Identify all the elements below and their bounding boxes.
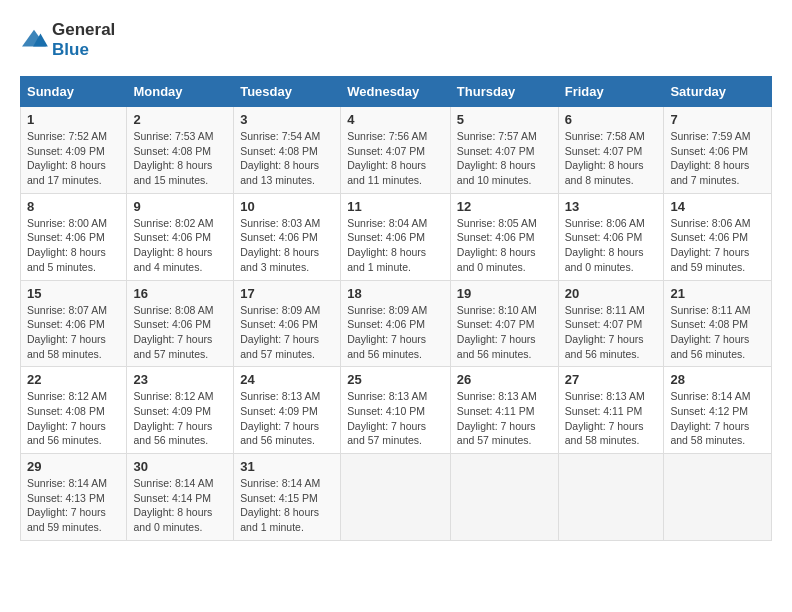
day-number: 25 xyxy=(347,372,444,387)
calendar-cell: 28Sunrise: 8:14 AM Sunset: 4:12 PM Dayli… xyxy=(664,367,772,454)
day-detail: Sunrise: 8:13 AM Sunset: 4:11 PM Dayligh… xyxy=(457,389,552,448)
weekday-header-row: SundayMondayTuesdayWednesdayThursdayFrid… xyxy=(21,77,772,107)
calendar-cell: 26Sunrise: 8:13 AM Sunset: 4:11 PM Dayli… xyxy=(450,367,558,454)
weekday-header-friday: Friday xyxy=(558,77,664,107)
logo-text: General Blue xyxy=(52,20,115,60)
calendar-week-row: 22Sunrise: 8:12 AM Sunset: 4:08 PM Dayli… xyxy=(21,367,772,454)
day-number: 3 xyxy=(240,112,334,127)
calendar-cell: 18Sunrise: 8:09 AM Sunset: 4:06 PM Dayli… xyxy=(341,280,451,367)
calendar-cell: 31Sunrise: 8:14 AM Sunset: 4:15 PM Dayli… xyxy=(234,454,341,541)
day-detail: Sunrise: 8:05 AM Sunset: 4:06 PM Dayligh… xyxy=(457,216,552,275)
day-detail: Sunrise: 8:06 AM Sunset: 4:06 PM Dayligh… xyxy=(670,216,765,275)
day-number: 2 xyxy=(133,112,227,127)
logo-general: General xyxy=(52,20,115,39)
day-detail: Sunrise: 7:52 AM Sunset: 4:09 PM Dayligh… xyxy=(27,129,120,188)
day-number: 19 xyxy=(457,286,552,301)
day-number: 20 xyxy=(565,286,658,301)
day-detail: Sunrise: 7:56 AM Sunset: 4:07 PM Dayligh… xyxy=(347,129,444,188)
calendar-cell: 10Sunrise: 8:03 AM Sunset: 4:06 PM Dayli… xyxy=(234,193,341,280)
calendar-cell: 20Sunrise: 8:11 AM Sunset: 4:07 PM Dayli… xyxy=(558,280,664,367)
day-detail: Sunrise: 8:07 AM Sunset: 4:06 PM Dayligh… xyxy=(27,303,120,362)
calendar-header: SundayMondayTuesdayWednesdayThursdayFrid… xyxy=(21,77,772,107)
day-detail: Sunrise: 8:10 AM Sunset: 4:07 PM Dayligh… xyxy=(457,303,552,362)
weekday-header-tuesday: Tuesday xyxy=(234,77,341,107)
calendar-week-row: 29Sunrise: 8:14 AM Sunset: 4:13 PM Dayli… xyxy=(21,454,772,541)
calendar-cell: 23Sunrise: 8:12 AM Sunset: 4:09 PM Dayli… xyxy=(127,367,234,454)
day-detail: Sunrise: 7:53 AM Sunset: 4:08 PM Dayligh… xyxy=(133,129,227,188)
day-detail: Sunrise: 7:57 AM Sunset: 4:07 PM Dayligh… xyxy=(457,129,552,188)
day-detail: Sunrise: 8:13 AM Sunset: 4:10 PM Dayligh… xyxy=(347,389,444,448)
calendar-cell: 24Sunrise: 8:13 AM Sunset: 4:09 PM Dayli… xyxy=(234,367,341,454)
calendar-body: 1Sunrise: 7:52 AM Sunset: 4:09 PM Daylig… xyxy=(21,107,772,541)
calendar-cell xyxy=(664,454,772,541)
day-detail: Sunrise: 8:13 AM Sunset: 4:11 PM Dayligh… xyxy=(565,389,658,448)
logo: General Blue xyxy=(20,20,115,60)
calendar-cell xyxy=(341,454,451,541)
calendar-cell: 7Sunrise: 7:59 AM Sunset: 4:06 PM Daylig… xyxy=(664,107,772,194)
calendar-cell: 14Sunrise: 8:06 AM Sunset: 4:06 PM Dayli… xyxy=(664,193,772,280)
calendar-cell: 19Sunrise: 8:10 AM Sunset: 4:07 PM Dayli… xyxy=(450,280,558,367)
day-detail: Sunrise: 7:59 AM Sunset: 4:06 PM Dayligh… xyxy=(670,129,765,188)
day-number: 16 xyxy=(133,286,227,301)
calendar-cell: 15Sunrise: 8:07 AM Sunset: 4:06 PM Dayli… xyxy=(21,280,127,367)
day-number: 28 xyxy=(670,372,765,387)
day-number: 5 xyxy=(457,112,552,127)
day-number: 27 xyxy=(565,372,658,387)
day-number: 15 xyxy=(27,286,120,301)
day-number: 21 xyxy=(670,286,765,301)
day-number: 17 xyxy=(240,286,334,301)
day-number: 31 xyxy=(240,459,334,474)
calendar-cell: 30Sunrise: 8:14 AM Sunset: 4:14 PM Dayli… xyxy=(127,454,234,541)
day-number: 26 xyxy=(457,372,552,387)
calendar-cell: 25Sunrise: 8:13 AM Sunset: 4:10 PM Dayli… xyxy=(341,367,451,454)
day-number: 7 xyxy=(670,112,765,127)
day-detail: Sunrise: 8:12 AM Sunset: 4:09 PM Dayligh… xyxy=(133,389,227,448)
calendar-week-row: 8Sunrise: 8:00 AM Sunset: 4:06 PM Daylig… xyxy=(21,193,772,280)
day-number: 22 xyxy=(27,372,120,387)
calendar-week-row: 15Sunrise: 8:07 AM Sunset: 4:06 PM Dayli… xyxy=(21,280,772,367)
calendar-cell: 4Sunrise: 7:56 AM Sunset: 4:07 PM Daylig… xyxy=(341,107,451,194)
day-number: 30 xyxy=(133,459,227,474)
weekday-header-thursday: Thursday xyxy=(450,77,558,107)
day-number: 11 xyxy=(347,199,444,214)
logo-blue: Blue xyxy=(52,40,89,59)
calendar-table: SundayMondayTuesdayWednesdayThursdayFrid… xyxy=(20,76,772,541)
calendar-cell: 2Sunrise: 7:53 AM Sunset: 4:08 PM Daylig… xyxy=(127,107,234,194)
day-detail: Sunrise: 8:06 AM Sunset: 4:06 PM Dayligh… xyxy=(565,216,658,275)
weekday-header-sunday: Sunday xyxy=(21,77,127,107)
day-detail: Sunrise: 8:08 AM Sunset: 4:06 PM Dayligh… xyxy=(133,303,227,362)
page-header: General Blue xyxy=(20,20,772,60)
calendar-cell: 27Sunrise: 8:13 AM Sunset: 4:11 PM Dayli… xyxy=(558,367,664,454)
day-detail: Sunrise: 8:11 AM Sunset: 4:07 PM Dayligh… xyxy=(565,303,658,362)
day-detail: Sunrise: 8:00 AM Sunset: 4:06 PM Dayligh… xyxy=(27,216,120,275)
day-number: 23 xyxy=(133,372,227,387)
calendar-cell: 22Sunrise: 8:12 AM Sunset: 4:08 PM Dayli… xyxy=(21,367,127,454)
calendar-cell: 13Sunrise: 8:06 AM Sunset: 4:06 PM Dayli… xyxy=(558,193,664,280)
day-detail: Sunrise: 7:58 AM Sunset: 4:07 PM Dayligh… xyxy=(565,129,658,188)
day-number: 1 xyxy=(27,112,120,127)
day-number: 8 xyxy=(27,199,120,214)
day-number: 18 xyxy=(347,286,444,301)
day-detail: Sunrise: 8:12 AM Sunset: 4:08 PM Dayligh… xyxy=(27,389,120,448)
calendar-cell xyxy=(450,454,558,541)
calendar-cell xyxy=(558,454,664,541)
day-number: 12 xyxy=(457,199,552,214)
day-detail: Sunrise: 8:03 AM Sunset: 4:06 PM Dayligh… xyxy=(240,216,334,275)
calendar-cell: 29Sunrise: 8:14 AM Sunset: 4:13 PM Dayli… xyxy=(21,454,127,541)
day-detail: Sunrise: 8:09 AM Sunset: 4:06 PM Dayligh… xyxy=(240,303,334,362)
calendar-cell: 3Sunrise: 7:54 AM Sunset: 4:08 PM Daylig… xyxy=(234,107,341,194)
weekday-header-saturday: Saturday xyxy=(664,77,772,107)
weekday-header-wednesday: Wednesday xyxy=(341,77,451,107)
day-number: 10 xyxy=(240,199,334,214)
calendar-cell: 16Sunrise: 8:08 AM Sunset: 4:06 PM Dayli… xyxy=(127,280,234,367)
calendar-cell: 1Sunrise: 7:52 AM Sunset: 4:09 PM Daylig… xyxy=(21,107,127,194)
day-number: 6 xyxy=(565,112,658,127)
day-number: 24 xyxy=(240,372,334,387)
day-detail: Sunrise: 8:11 AM Sunset: 4:08 PM Dayligh… xyxy=(670,303,765,362)
calendar-cell: 11Sunrise: 8:04 AM Sunset: 4:06 PM Dayli… xyxy=(341,193,451,280)
day-detail: Sunrise: 8:14 AM Sunset: 4:13 PM Dayligh… xyxy=(27,476,120,535)
day-detail: Sunrise: 7:54 AM Sunset: 4:08 PM Dayligh… xyxy=(240,129,334,188)
logo-icon xyxy=(20,28,48,52)
calendar-cell: 21Sunrise: 8:11 AM Sunset: 4:08 PM Dayli… xyxy=(664,280,772,367)
day-number: 14 xyxy=(670,199,765,214)
